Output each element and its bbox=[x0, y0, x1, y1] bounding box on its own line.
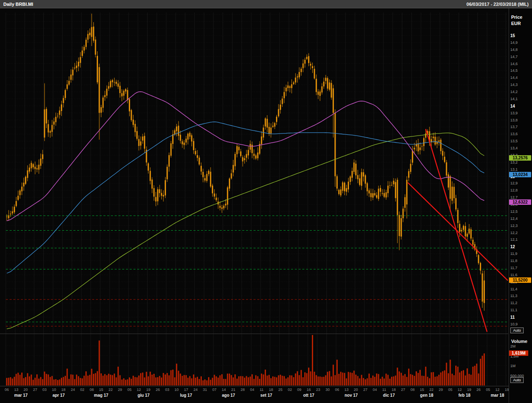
price-tick-label: 13,5 bbox=[510, 139, 518, 143]
price-tick-label: 13,1 bbox=[510, 167, 518, 171]
ma-long-price-badge: 13,2576 bbox=[509, 155, 531, 161]
date-tick-label: 25 bbox=[279, 388, 283, 392]
price-tick-label: 12,1 bbox=[510, 237, 518, 242]
price-tick-label: 11,1 bbox=[510, 308, 517, 312]
date-tick-label: 12 bbox=[137, 388, 141, 392]
window-titlebar[interactable]: Daily BRBI.MI 06/03/2017 - 22/03/2018 (M… bbox=[0, 0, 532, 8]
date-tick-label: 06 bbox=[335, 388, 339, 392]
date-tick-label: 13 bbox=[14, 388, 18, 392]
date-tick-label: 02 bbox=[80, 388, 84, 392]
date-tick-label: 12 bbox=[495, 388, 499, 392]
date-tick-label: 26 bbox=[477, 388, 481, 392]
date-tick-label: 11 bbox=[382, 388, 386, 392]
date-tick-label: 05 bbox=[486, 388, 490, 392]
month-label: mar 17 bbox=[14, 393, 28, 398]
price-tick-label: 14,7 bbox=[510, 55, 518, 59]
price-tick-label: 11,6 bbox=[510, 273, 517, 277]
date-tick-label: 10 bbox=[175, 388, 179, 392]
date-tick-label: 28 bbox=[241, 388, 245, 392]
price-tick-label: 12,5 bbox=[510, 209, 518, 214]
month-label: ott 17 bbox=[303, 393, 314, 398]
price-tick-label: 15 bbox=[510, 33, 515, 38]
price-axis-panel[interactable]: Price EUR 1514,914,814,714,614,514,414,3… bbox=[509, 8, 532, 403]
date-tick-label: 22 bbox=[108, 388, 113, 392]
volume-axis-title: Volume bbox=[511, 339, 527, 344]
window-date-range: 06/03/2017 - 22/03/2018 (MIL) bbox=[467, 2, 529, 7]
date-tick-label: 08 bbox=[410, 388, 414, 392]
price-tick-label: 10,9 bbox=[510, 322, 518, 326]
ma-short-price-badge: 12,6322 bbox=[509, 199, 531, 205]
price-tick-label: 11,3 bbox=[510, 294, 517, 298]
volume-tick-label: 2M bbox=[510, 344, 516, 348]
date-tick-label: 05 bbox=[448, 388, 452, 392]
date-tick-label: 08 bbox=[90, 388, 94, 392]
date-tick-label: 16 bbox=[306, 388, 311, 392]
date-tick-label: 18 bbox=[61, 388, 65, 392]
price-tick-label: 12,4 bbox=[510, 217, 518, 221]
price-tick-label: 11 bbox=[510, 315, 515, 320]
date-tick-label: 09 bbox=[297, 388, 301, 392]
date-tick-label: 20 bbox=[354, 388, 358, 392]
last-volume-badge: 1,619M bbox=[509, 350, 528, 356]
price-tick-label: 13,2 bbox=[510, 160, 518, 164]
date-tick-label: 19 bbox=[146, 388, 151, 392]
date-tick-label: 15 bbox=[99, 388, 103, 392]
price-tick-label: 14,2 bbox=[510, 90, 518, 94]
volume-tick-label: 1M bbox=[510, 364, 516, 368]
price-tick-label: 12,9 bbox=[510, 181, 518, 185]
month-label: nov 17 bbox=[344, 393, 358, 398]
chart-canvas[interactable] bbox=[0, 8, 509, 403]
volume-auto-button[interactable]: Auto bbox=[510, 377, 524, 383]
month-label: mag 17 bbox=[94, 393, 108, 398]
price-tick-label: 14,3 bbox=[510, 83, 518, 87]
price-tick-label: 11,2 bbox=[510, 301, 517, 305]
price-tick-label: 12,7 bbox=[510, 195, 518, 199]
last-price-badge: 11,5200 bbox=[509, 277, 531, 283]
chart-window: Daily BRBI.MI 06/03/2017 - 22/03/2018 (M… bbox=[0, 0, 532, 403]
price-tick-label: 13,9 bbox=[510, 111, 518, 115]
month-label: set 17 bbox=[260, 393, 272, 398]
date-tick-label: 05 bbox=[127, 388, 131, 392]
price-tick-label: 13,8 bbox=[510, 118, 518, 122]
price-auto-button[interactable]: Auto bbox=[510, 327, 524, 333]
date-tick-label: 29 bbox=[439, 388, 443, 392]
price-axis-title-line1: Price bbox=[511, 14, 522, 20]
date-tick-label: 23 bbox=[316, 388, 320, 392]
price-tick-label: 14,6 bbox=[510, 62, 518, 66]
price-tick-label: 11,7 bbox=[510, 266, 517, 270]
price-tick-label: 11,9 bbox=[510, 252, 517, 256]
date-tick-label: 31 bbox=[203, 388, 207, 392]
price-tick-label: 13,4 bbox=[510, 146, 518, 150]
date-tick-label: 10 bbox=[52, 388, 56, 392]
date-tick-label: 26 bbox=[156, 388, 160, 392]
date-tick-label: 29 bbox=[118, 388, 122, 392]
month-label: apr 17 bbox=[53, 393, 65, 398]
price-axis-title: Price EUR bbox=[511, 14, 522, 27]
date-tick-label: 07 bbox=[212, 388, 216, 392]
price-tick-label: 12 bbox=[510, 244, 515, 249]
date-tick-label: 19 bbox=[467, 388, 471, 392]
date-tick-label: 02 bbox=[288, 388, 292, 392]
price-tick-label: 13,7 bbox=[510, 125, 518, 129]
date-tick-label: 27 bbox=[33, 388, 37, 392]
date-tick-label: 04 bbox=[373, 388, 377, 392]
price-tick-label: 14,9 bbox=[510, 40, 518, 45]
date-tick-label: 12 bbox=[458, 388, 462, 392]
date-tick-label: 17 bbox=[184, 388, 188, 392]
month-label: mar 18 bbox=[491, 393, 504, 398]
date-tick-label: 24 bbox=[193, 388, 198, 392]
date-tick-label: 18 bbox=[269, 388, 273, 392]
date-tick-label: 15 bbox=[420, 388, 424, 392]
month-label: ago 17 bbox=[222, 393, 235, 398]
date-tick-label: 03 bbox=[165, 388, 169, 392]
window-title: Daily BRBI.MI bbox=[3, 2, 33, 7]
price-tick-label: 14,1 bbox=[510, 97, 518, 101]
price-tick-label: 13,6 bbox=[510, 132, 518, 136]
price-tick-label: 11,8 bbox=[510, 259, 517, 263]
date-tick-label: 18 bbox=[391, 388, 396, 392]
date-tick-label: 21 bbox=[231, 388, 235, 392]
price-tick-label: 14,4 bbox=[510, 76, 518, 80]
price-tick-label: 14,8 bbox=[510, 48, 518, 52]
date-tick-label: 06 bbox=[5, 388, 9, 392]
time-axis-panel[interactable]: 0613202703101824020815222905121926031017… bbox=[0, 386, 509, 403]
